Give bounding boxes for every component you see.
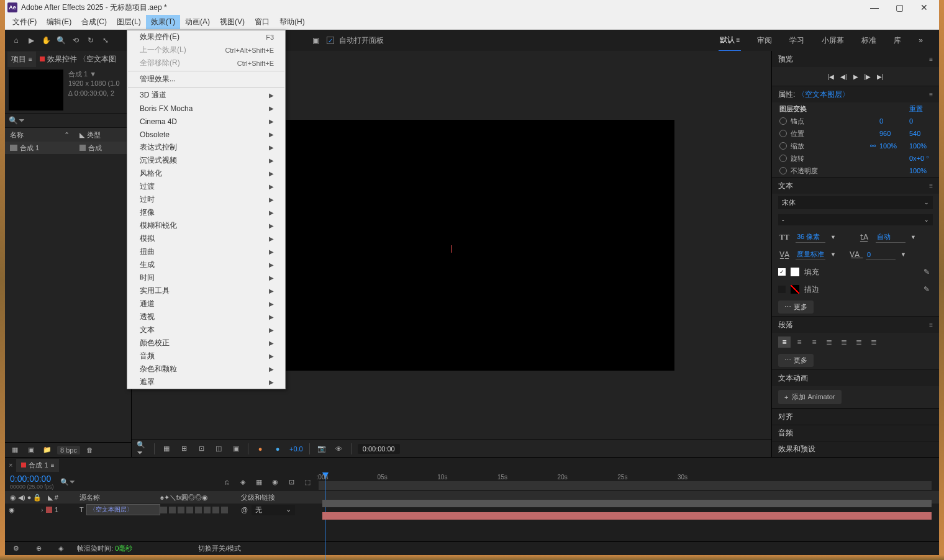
effect-submenu-模拟[interactable]: 模拟▶	[127, 232, 285, 245]
stroke-checkbox[interactable]	[778, 286, 786, 293]
new-folder-icon[interactable]: 📁	[41, 444, 53, 456]
font-style-dropdown[interactable]: -⌄	[778, 214, 933, 225]
roi-icon[interactable]: ▣	[230, 443, 242, 454]
rotate-tool-icon[interactable]: ↻	[84, 34, 97, 47]
fill-checkbox[interactable]: ✓	[778, 268, 786, 276]
first-frame-button[interactable]: |◀	[827, 73, 834, 80]
new-comp-icon[interactable]: ▣	[25, 444, 37, 456]
play-button[interactable]: ▶	[853, 73, 858, 80]
pickwhip-icon[interactable]: @	[241, 506, 248, 513]
effect-submenu-透视[interactable]: 透视▶	[127, 310, 285, 323]
stopwatch-icon[interactable]	[779, 117, 787, 125]
project-tab[interactable]: 项目 ≡	[7, 52, 36, 67]
project-item-row[interactable]: 合成 1 合成	[5, 142, 131, 154]
justify-right-button[interactable]: ≣	[853, 336, 865, 348]
next-frame-button[interactable]: |▶	[865, 73, 871, 80]
effect-submenu-沉浸式视频[interactable]: 沉浸式视频▶	[127, 154, 285, 167]
add-animator-button[interactable]: + 添加 Animator	[778, 390, 842, 404]
eyedropper-icon[interactable]: ✎	[920, 268, 933, 276]
tl-icon-3[interactable]: ▦	[253, 476, 265, 488]
audio-panel-header[interactable]: 音频	[772, 425, 939, 441]
grid-icon[interactable]: ⊞	[178, 443, 189, 454]
effect-submenu-表达式控制[interactable]: 表达式控制▶	[127, 141, 285, 154]
toggle-switches[interactable]: 切换开关/模式	[198, 544, 241, 553]
trash-icon[interactable]: 🗑	[84, 444, 96, 456]
prev-frame-button[interactable]: ◀|	[840, 73, 847, 80]
zoom-tool-icon[interactable]: 🔍	[55, 34, 67, 47]
effect-submenu-过渡[interactable]: 过渡▶	[127, 180, 285, 193]
link-icon[interactable]: ⚯	[870, 142, 876, 150]
effect-submenu-时间[interactable]: 时间▶	[127, 271, 285, 284]
switch-frame-blend[interactable]	[195, 507, 202, 513]
effect-submenu-过时[interactable]: 过时▶	[127, 193, 285, 206]
layer-color-icon[interactable]	[46, 507, 52, 513]
last-frame-button[interactable]: ▶|	[877, 73, 884, 80]
stopwatch-icon[interactable]	[779, 155, 787, 162]
effect-submenu-遮罩[interactable]: 遮罩▶	[127, 376, 285, 389]
effect-submenu-Boris FX Mocha[interactable]: Boris FX Mocha▶	[127, 102, 285, 115]
switch-adjustment[interactable]	[212, 507, 219, 513]
rotation-value[interactable]: 0x+0 °	[909, 155, 932, 162]
text-header[interactable]: 文本	[778, 181, 793, 191]
more-text-button[interactable]: ⋯ 更多	[778, 300, 814, 314]
menu-效果(T)[interactable]: 效果(T)	[146, 15, 180, 29]
align-center-button[interactable]: ≡	[793, 336, 806, 348]
tl-footer-icon3[interactable]: ◈	[55, 543, 67, 555]
anchor-x[interactable]: 0	[879, 117, 902, 125]
composition-canvas[interactable]	[229, 120, 674, 371]
fill-swatch[interactable]	[791, 268, 799, 276]
effect-submenu-风格化[interactable]: 风格化▶	[127, 167, 285, 180]
pos-y[interactable]: 540	[909, 130, 932, 137]
switch-3d[interactable]	[221, 507, 228, 513]
stroke-swatch[interactable]	[791, 285, 799, 294]
timeline-timecode[interactable]: 0:00:00:00	[10, 474, 54, 484]
effect-submenu-抠像[interactable]: 抠像▶	[127, 206, 285, 219]
effect-submenu-Obsolete[interactable]: Obsolete▶	[127, 128, 285, 141]
effect-menu-item[interactable]: 效果控件(E)F3	[127, 30, 285, 43]
text-anim-header[interactable]: 文本动画	[778, 373, 808, 384]
tl-footer-icon1[interactable]: ⚙	[10, 543, 22, 555]
menu-动画(A)[interactable]: 动画(A)	[180, 15, 215, 29]
col-type-header[interactable]: ◣ 类型	[75, 130, 106, 140]
col-name-header[interactable]: 名称 ⌃	[5, 130, 75, 140]
transform-group[interactable]: 图层变换	[779, 104, 909, 114]
effect-submenu-实用工具[interactable]: 实用工具▶	[127, 284, 285, 297]
timeline-comp-tab[interactable]: 合成 1 ≡	[16, 459, 59, 472]
panel-menu-icon[interactable]: ≡	[929, 322, 933, 328]
minimize-button[interactable]: —	[862, 0, 887, 15]
align-right-button[interactable]: ≡	[808, 336, 820, 348]
stopwatch-icon[interactable]	[779, 167, 787, 174]
workspace-默认[interactable]: 默认 ≡	[719, 30, 742, 52]
panel-menu-icon[interactable]: ≡	[929, 183, 933, 189]
hand-tool-icon[interactable]: ✋	[40, 34, 52, 47]
effect-submenu-颜色校正[interactable]: 颜色校正▶	[127, 336, 285, 350]
scale-x[interactable]: 100%	[879, 142, 902, 150]
paragraph-header[interactable]: 段落	[778, 320, 793, 330]
effect-submenu-3D 通道[interactable]: 3D 通道▶	[127, 89, 285, 102]
menu-合成(C)[interactable]: 合成(C)	[76, 15, 112, 29]
close-tab-icon[interactable]: ×	[9, 461, 12, 469]
justify-center-button[interactable]: ≣	[838, 336, 850, 348]
switch-fx[interactable]	[186, 507, 193, 513]
color-mgmt-icon[interactable]: ●	[255, 443, 266, 454]
orbit-tool-icon[interactable]: ⟲	[70, 34, 82, 47]
comp-timecode[interactable]: 0:00:00:00	[358, 444, 400, 454]
tl-icon-2[interactable]: ◈	[237, 476, 249, 488]
project-search[interactable]: 🔍⏷	[5, 113, 131, 128]
parent-dropdown[interactable]: 无⌄	[252, 505, 295, 515]
color-mgmt2-icon[interactable]: ●	[272, 443, 283, 454]
menu-编辑(E)[interactable]: 编辑(E)	[42, 15, 76, 29]
interpret-icon[interactable]: ▦	[9, 444, 21, 456]
leading-field[interactable]: 自动	[876, 232, 905, 243]
switch-shy[interactable]	[160, 507, 167, 513]
switch-quality[interactable]	[178, 507, 184, 513]
tl-footer-icon2[interactable]: ⊕	[32, 543, 45, 555]
effects-presets-header[interactable]: 效果和预设	[772, 441, 939, 457]
snap-icon[interactable]: ▣	[309, 34, 322, 47]
timeline-search[interactable]: 🔍⏷	[60, 478, 76, 486]
eye-icon[interactable]: ◉	[7, 505, 16, 514]
tl-icon-5[interactable]: ⊡	[285, 476, 297, 488]
effect-submenu-Cinema 4D[interactable]: Cinema 4D▶	[127, 115, 285, 128]
timeline-ruler[interactable]: :00s05s10s15s20s25s30s	[319, 472, 939, 491]
workspace-more-icon[interactable]: »	[917, 31, 924, 50]
